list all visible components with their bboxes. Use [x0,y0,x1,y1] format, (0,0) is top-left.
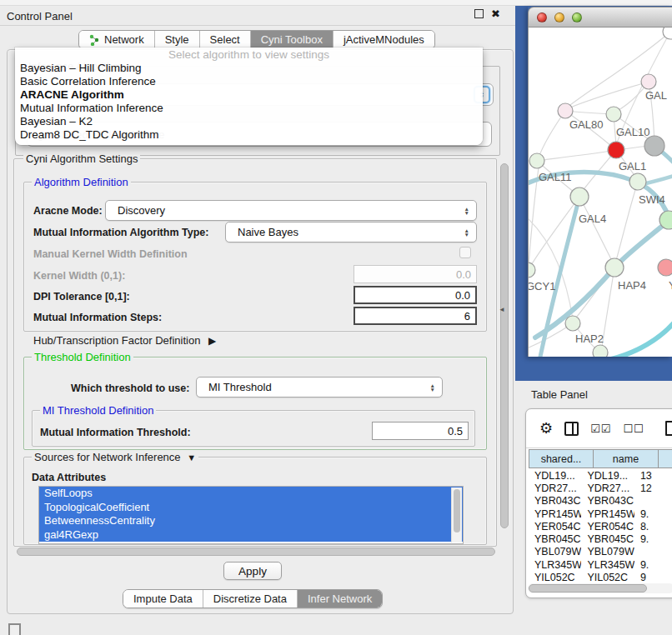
settings-hscrollbar[interactable] [17,548,495,556]
combobox-stepper-icon: ▲▼ [464,228,469,237]
network-node-swi4[interactable] [629,173,646,190]
network-edge[interactable] [542,150,616,160]
network-node-label: GAL [645,89,667,102]
zoom-window-icon[interactable] [572,12,582,22]
table-body[interactable]: YDL19...YDL19...13YDR27...YDR27...12YBR0… [529,469,672,582]
network-node-y[interactable] [658,259,672,276]
network-edge[interactable] [539,111,565,158]
file-icon[interactable] [665,421,672,436]
close-window-icon[interactable] [537,12,547,22]
tab-style[interactable]: Style [154,31,199,48]
manual-kernel-checkbox[interactable] [459,247,471,258]
network-node-label: HAP2 [575,332,604,345]
table-header-row[interactable]: shared...name [529,449,672,468]
apply-button[interactable]: Apply [223,562,282,580]
which-threshold-value: MI Threshold [208,381,272,393]
mi-steps-label: Mutual Information Steps: [33,312,162,323]
sources-toggle[interactable]: Sources for Network Inference ▼ [32,451,198,463]
table-panel-window: ⚙ ☑☑ ☐☐ shared...name YDL19...YDL19...13… [525,408,672,598]
network-edge[interactable] [535,220,669,338]
mi-steps-field[interactable]: 6 [354,307,477,325]
table-cell: 9. [634,508,672,520]
network-node-gcy1[interactable] [529,262,535,278]
tab-network[interactable]: Network [79,31,154,48]
minimize-window-icon[interactable] [554,12,564,22]
float-panel-icon[interactable] [474,9,484,18]
table-column-header[interactable]: name [594,449,659,468]
collapse-down-icon[interactable]: ▼ [183,452,196,462]
table-row[interactable]: YDL19...YDL19...13 [529,469,672,482]
network-canvas[interactable]: GALGAL80GAL10GAL1GAL11SWI4GAL4GCY1HAP4YH… [528,28,672,357]
tab-infer-network[interactable]: Infer Network [297,590,382,608]
table-row[interactable]: YPR145WYPR145W9. [529,508,672,520]
algorithm-option[interactable]: Bayesian – K2 [15,115,483,128]
network-node-label: GAL11 [539,171,572,183]
network-node-gal1[interactable] [608,142,624,158]
attribute-list-item[interactable]: gal4RGexp [39,528,463,542]
select-all-checkboxes-icon[interactable]: ☑☑ [590,422,611,435]
network-node-gal10[interactable] [606,107,621,122]
table-cell: YER054C [529,521,581,532]
tab-impute-data[interactable]: Impute Data [123,590,203,608]
table-cell: YIL052C [529,572,581,582]
hub-definition-label: Hub/Transcription Factor Definition [33,334,200,347]
table-row[interactable]: YDR27...YDR27...12 [529,482,672,494]
tab-select[interactable]: Select [199,31,250,48]
table-hscrollbar[interactable] [528,583,672,593]
tab-discretize-data[interactable]: Discretize Data [203,590,297,608]
network-edge[interactable] [604,319,672,357]
table-column-header[interactable]: shared... [529,449,594,468]
network-node[interactable] [593,345,608,357]
deselect-all-checkboxes-icon[interactable]: ☐☐ [623,422,644,435]
attributes-scrollbar[interactable] [451,488,462,542]
algorithm-option[interactable]: Dream8 DC_TDC Algorithm [15,128,483,142]
table-row[interactable]: YBR045CYBR045C9. [529,532,672,545]
algorithm-option[interactable]: ARACNE Algorithm [15,88,483,102]
network-window-titlebar[interactable] [528,7,672,28]
expand-right-icon[interactable]: ▶ [203,335,216,347]
network-node-gal11[interactable] [529,153,544,168]
table-cell: YPR145W [581,508,634,520]
dpi-tolerance-field[interactable]: 0.0 [354,286,477,304]
mi-threshold-value: 0.5 [448,425,463,438]
network-node-gal4[interactable] [570,188,589,206]
data-attributes-list[interactable]: SelfLoopsTopologicalCoefficientBetweenne… [38,486,464,544]
tab-cyni-toolbox[interactable]: Cyni Toolbox [250,31,333,48]
network-node-label: GAL1 [619,160,646,172]
tab-jactivemnodules[interactable]: jActiveMNodules [333,31,434,48]
network-edge[interactable] [570,82,649,108]
kernel-width-field[interactable]: 0.0 [354,265,477,283]
network-view-window: GALGAL80GAL10GAL1GAL11SWI4GAL4GCY1HAP4YH… [528,7,672,357]
mi-type-combobox[interactable]: Naive Bayes ▲▼ [225,222,477,242]
network-node[interactable] [644,136,664,156]
network-node-label: SWI4 [639,193,665,206]
network-edge[interactable] [579,197,612,261]
hub-definition-toggle[interactable]: Hub/Transcription Factor Definition ▶ [33,334,216,347]
network-node-gal[interactable] [641,74,656,89]
attribute-list-item[interactable]: SelfLoops [39,487,463,501]
table-column-header[interactable] [659,449,672,468]
mi-threshold-field[interactable]: 0.5 [372,422,469,440]
algorithm-option[interactable]: Mutual Information Inference [15,102,483,115]
columns-icon[interactable] [564,422,579,436]
algorithm-option[interactable]: Bayesian – Hill Climbing [15,62,483,75]
attribute-list-item[interactable]: TopologicalCoefficient [39,501,463,515]
aracne-mode-combobox[interactable]: Discovery ▲▼ [105,200,477,221]
network-node-gal80[interactable] [558,103,573,118]
attribute-list-item[interactable]: BetweennessCentrality [39,514,463,528]
table-row[interactable]: YLR345WYLR345W9. [529,558,672,571]
gear-icon[interactable]: ⚙ [539,419,553,438]
which-threshold-combobox[interactable]: MI Threshold ▲▼ [196,377,443,398]
table-cell: 13 [634,470,672,482]
minimized-panel-icon[interactable] [8,623,21,635]
table-row[interactable]: YBR043CYBR043C [529,495,672,508]
splitter-collapse-icon[interactable]: ◄ [499,306,505,313]
network-node-hap2[interactable] [565,316,580,331]
table-row[interactable]: YBL079WYBL079W [529,546,672,558]
settings-scrollbar[interactable] [499,160,510,546]
network-node-hap4[interactable] [605,258,624,277]
table-row[interactable]: YER054CYER054C8. [529,520,672,532]
algorithm-option[interactable]: Basic Correlation Inference [15,75,483,88]
table-row[interactable]: YIL052CYIL052C9 [529,571,672,582]
close-panel-icon[interactable]: ✖ [491,9,500,18]
